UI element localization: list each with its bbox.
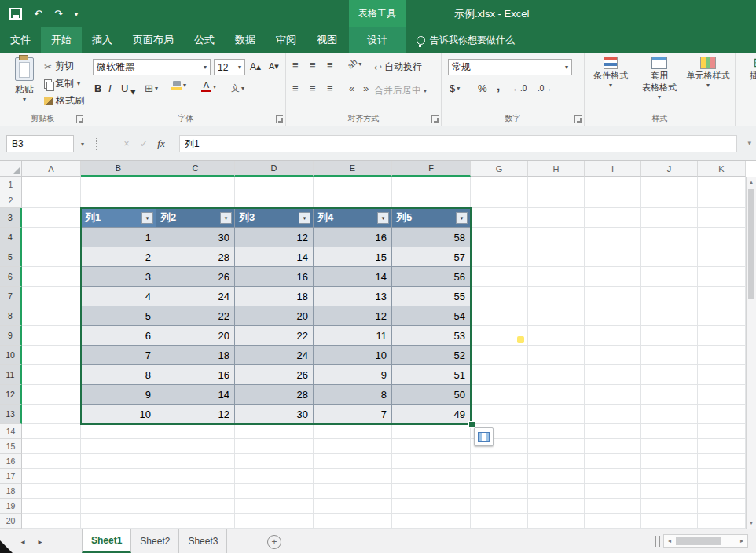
ribbon-tab-4[interactable]: 公式	[184, 27, 225, 53]
expand-formula-bar-icon[interactable]: ▾	[747, 139, 751, 147]
table-cell[interactable]: 30	[156, 228, 235, 247]
phonetic-guide-button[interactable]: 文 ▾	[231, 82, 244, 94]
decrease-indent-icon[interactable]: «	[349, 82, 354, 94]
save-icon[interactable]	[9, 8, 22, 20]
table-cell[interactable]: 5	[81, 306, 156, 326]
table-cell[interactable]: 2	[81, 247, 156, 267]
orientation-button[interactable]: ab ▾	[347, 59, 361, 68]
name-box[interactable]: B3	[6, 135, 74, 152]
table-cell[interactable]: 10	[81, 405, 156, 424]
column-header-F[interactable]: F	[392, 161, 471, 177]
row-header-1[interactable]: 1	[0, 177, 22, 192]
column-header-I[interactable]: I	[585, 161, 641, 177]
row-header-13[interactable]: 13	[0, 405, 22, 424]
column-header-D[interactable]: D	[235, 161, 314, 177]
table-header-cell-列3[interactable]: 列3▾	[235, 208, 314, 228]
row-header-20[interactable]: 20	[0, 514, 22, 529]
table-cell[interactable]: 12	[156, 405, 235, 424]
format-painter-button[interactable]: 格式刷	[44, 94, 84, 108]
table-cell[interactable]: 52	[392, 346, 471, 365]
table-cell[interactable]: 54	[392, 306, 471, 326]
sheet-nav-left-icon[interactable]: ◂	[16, 529, 30, 553]
table-cell[interactable]: 24	[235, 346, 314, 365]
column-header-H[interactable]: H	[528, 161, 585, 177]
column-header-A[interactable]: A	[22, 161, 81, 177]
table-cell[interactable]: 12	[314, 306, 392, 326]
table-cell[interactable]: 14	[235, 247, 314, 267]
row-header-8[interactable]: 8	[0, 306, 22, 326]
row-header-19[interactable]: 19	[0, 499, 22, 514]
format-as-table-button[interactable]: 套用 表格格式 ▾	[637, 57, 682, 115]
insert-function-icon[interactable]: fx	[152, 135, 170, 152]
insert-cells-button[interactable]: ⊞ 插入	[739, 57, 756, 115]
table-cell[interactable]: 16	[314, 228, 392, 247]
column-header-G[interactable]: G	[471, 161, 528, 177]
font-color-button[interactable]: A ▾	[201, 81, 216, 92]
ribbon-tab-3[interactable]: 页面布局	[123, 27, 184, 53]
vertical-scrollbar[interactable]: ▴ ▾	[746, 177, 756, 529]
table-cell[interactable]: 49	[392, 405, 471, 424]
row-header-16[interactable]: 16	[0, 454, 22, 469]
table-header-cell-列4[interactable]: 列4▾	[314, 208, 392, 228]
table-cell[interactable]: 6	[81, 326, 156, 346]
row-header-4[interactable]: 4	[0, 228, 22, 247]
comma-style-button[interactable]: ,	[497, 79, 500, 93]
cell-styles-button[interactable]: 单元格样式 ▾	[685, 57, 731, 115]
table-cell[interactable]: 9	[314, 365, 392, 385]
scroll-left-icon[interactable]: ◂	[664, 537, 675, 544]
row-header-18[interactable]: 18	[0, 484, 22, 499]
chevron-down-icon[interactable]: ▾	[130, 86, 136, 97]
row-header-9[interactable]: 9	[0, 326, 22, 346]
column-header-J[interactable]: J	[641, 161, 698, 177]
table-cell[interactable]: 8	[314, 385, 392, 405]
horizontal-scroll-thumb[interactable]	[676, 537, 721, 545]
table-cell[interactable]: 7	[81, 346, 156, 365]
new-sheet-button[interactable]: +	[267, 535, 281, 549]
percent-style-button[interactable]: %	[478, 82, 487, 94]
table-cell[interactable]: 53	[392, 326, 471, 346]
table-cell[interactable]: 20	[156, 326, 235, 346]
sheet-tab-Sheet3[interactable]: Sheet3	[179, 529, 227, 553]
table-cell[interactable]: 18	[235, 287, 314, 306]
dialog-launcher-icon[interactable]	[76, 115, 83, 123]
italic-button[interactable]: I	[108, 82, 112, 94]
table-cell[interactable]: 13	[314, 287, 392, 306]
table-cell[interactable]: 12	[235, 228, 314, 247]
ribbon-tab-1[interactable]: 开始	[41, 27, 82, 53]
tell-me-box[interactable]: 告诉我你想要做什么	[417, 27, 515, 53]
conditional-formatting-button[interactable]: 条件格式 ▾	[588, 57, 633, 115]
enter-icon[interactable]: ✓	[135, 135, 152, 152]
sheet-nav-right-icon[interactable]: ▸	[33, 529, 47, 553]
table-cell[interactable]: 7	[314, 405, 392, 424]
table-cell[interactable]: 22	[156, 306, 235, 326]
bold-button[interactable]: B	[94, 82, 101, 94]
fill-color-button[interactable]: ▾	[171, 81, 186, 90]
table-cell[interactable]: 51	[392, 365, 471, 385]
font-size-combo[interactable]: 12 ▾	[214, 59, 245, 75]
undo-icon[interactable]: ↶	[34, 8, 42, 20]
table-cell[interactable]: 28	[156, 247, 235, 267]
sheet-tab-Sheet2[interactable]: Sheet2	[131, 529, 179, 553]
table-header-cell-列2[interactable]: 列2▾	[156, 208, 235, 228]
row-header-14[interactable]: 14	[0, 424, 22, 439]
ribbon-tab-6[interactable]: 审阅	[266, 27, 306, 53]
column-header-K[interactable]: K	[698, 161, 746, 177]
quick-analysis-button[interactable]	[474, 427, 494, 446]
ribbon-tab-2[interactable]: 插入	[82, 27, 123, 53]
number-format-combo[interactable]: 常规 ▾	[448, 59, 572, 75]
ribbon-tab-5[interactable]: 数据	[225, 27, 266, 53]
column-header-C[interactable]: C	[156, 161, 235, 177]
table-cell[interactable]: 56	[392, 267, 471, 287]
vertical-scroll-thumb[interactable]	[748, 189, 754, 299]
table-cell[interactable]: 57	[392, 247, 471, 267]
table-cell[interactable]: 30	[235, 405, 314, 424]
merge-center-button[interactable]: 合并后居中 ▾	[374, 84, 427, 97]
row-header-6[interactable]: 6	[0, 267, 22, 287]
row-header-3[interactable]: 3	[0, 208, 22, 228]
dialog-launcher-icon[interactable]	[276, 115, 283, 123]
row-header-17[interactable]: 17	[0, 469, 22, 484]
row-header-7[interactable]: 7	[0, 287, 22, 306]
scroll-down-icon[interactable]: ▾	[747, 518, 756, 529]
table-header-cell-列1[interactable]: 列1▾	[81, 208, 156, 228]
table-cell[interactable]: 10	[314, 346, 392, 365]
